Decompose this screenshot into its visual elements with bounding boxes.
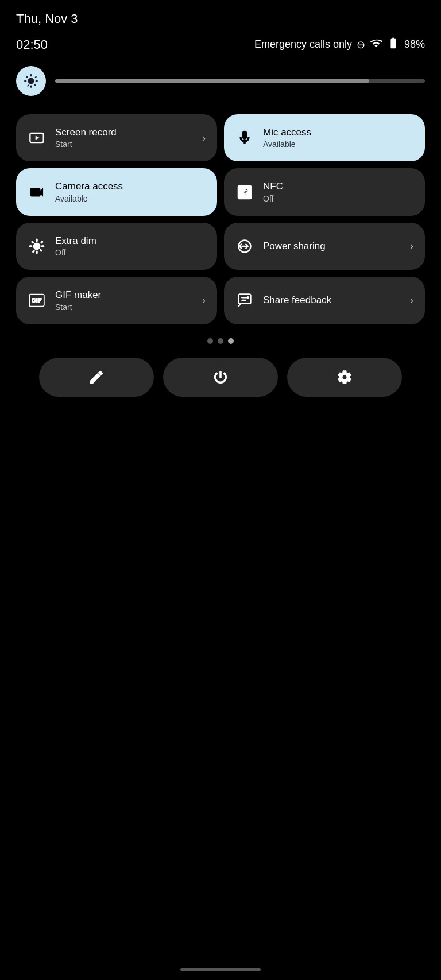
brightness-icon: [16, 66, 46, 96]
time-display: 02:50: [16, 37, 48, 52]
page-indicators: [0, 338, 441, 344]
extra-dim-subtitle: Off: [55, 248, 206, 257]
mic-access-subtitle: Available: [263, 140, 413, 149]
svg-marker-1: [36, 136, 40, 140]
battery-percent: 98%: [404, 38, 425, 51]
tile-mic-access[interactable]: Mic access Available: [224, 114, 425, 161]
page-dot-1: [207, 338, 213, 344]
svg-point-8: [247, 297, 249, 299]
bottom-actions: [0, 358, 441, 397]
power-sharing-title: Power sharing: [263, 241, 401, 252]
settings-button[interactable]: [287, 358, 402, 397]
camera-access-title: Camera access: [55, 181, 206, 192]
power-sharing-chevron: ›: [410, 240, 413, 252]
brightness-control[interactable]: [0, 66, 441, 96]
screen-record-text: Screen record Start: [55, 127, 193, 149]
svg-rect-5: [239, 295, 251, 304]
page-dot-3: [228, 338, 234, 344]
home-indicator: [180, 968, 261, 971]
share-feedback-text: Share feedback: [263, 295, 401, 306]
settings-icon: [336, 369, 353, 385]
gif-maker-chevron: ›: [202, 295, 206, 307]
tile-screen-record[interactable]: Screen record Start ›: [16, 114, 217, 161]
power-sharing-text: Power sharing: [263, 241, 401, 252]
extra-dim-title: Extra dim: [55, 235, 206, 247]
wifi-icon: [370, 37, 382, 52]
gif-icon: [28, 291, 46, 309]
gif-maker-subtitle: Start: [55, 303, 193, 312]
tile-power-sharing[interactable]: Power sharing ›: [224, 223, 425, 270]
battery-icon: [387, 37, 400, 52]
emergency-text: Emergency calls only: [254, 38, 352, 51]
screen-record-subtitle: Start: [55, 140, 193, 149]
camera-access-text: Camera access Available: [55, 181, 206, 203]
extra-dim-text: Extra dim Off: [55, 235, 206, 257]
share-feedback-title: Share feedback: [263, 295, 401, 306]
svg-point-2: [36, 245, 38, 248]
tile-camera-access[interactable]: Camera access Available: [16, 168, 217, 215]
time-row: 02:50 Emergency calls only ⊖ 98%: [16, 37, 425, 52]
screen-record-icon: [28, 129, 46, 147]
status-bar: Thu, Nov 3 02:50 Emergency calls only ⊖ …: [0, 0, 441, 52]
page-dot-2: [218, 338, 223, 344]
tile-nfc[interactable]: NFC Off: [224, 168, 425, 215]
mic-access-text: Mic access Available: [263, 127, 413, 149]
screen-record-title: Screen record: [55, 127, 193, 138]
nfc-subtitle: Off: [263, 194, 413, 203]
edit-button[interactable]: [39, 358, 154, 397]
date-display: Thu, Nov 3: [16, 11, 425, 26]
nfc-text: NFC Off: [263, 181, 413, 203]
tile-gif-maker[interactable]: GIF maker Start ›: [16, 277, 217, 324]
do-not-disturb-icon: ⊖: [357, 38, 365, 51]
share-feedback-icon: [235, 291, 254, 309]
quick-tiles-grid: Screen record Start › Mic access Availab…: [0, 114, 441, 324]
nfc-title: NFC: [263, 181, 413, 192]
gif-maker-title: GIF maker: [55, 289, 193, 301]
mic-access-title: Mic access: [263, 127, 413, 138]
brightness-fill: [55, 79, 369, 83]
tile-share-feedback[interactable]: Share feedback ›: [224, 277, 425, 324]
power-sharing-icon: [235, 237, 254, 255]
brightness-slider[interactable]: [55, 79, 425, 83]
status-icons: Emergency calls only ⊖ 98%: [254, 37, 425, 52]
extra-dim-icon: [28, 237, 46, 255]
screen-record-chevron: ›: [202, 132, 206, 144]
share-feedback-chevron: ›: [410, 295, 413, 307]
nfc-icon: [235, 183, 254, 202]
pencil-icon: [88, 369, 105, 385]
power-icon: [212, 369, 229, 385]
gif-maker-text: GIF maker Start: [55, 289, 193, 311]
mic-icon: [235, 129, 254, 147]
camera-icon: [28, 183, 46, 202]
tile-extra-dim[interactable]: Extra dim Off: [16, 223, 217, 270]
power-button[interactable]: [163, 358, 278, 397]
camera-access-subtitle: Available: [55, 194, 206, 203]
